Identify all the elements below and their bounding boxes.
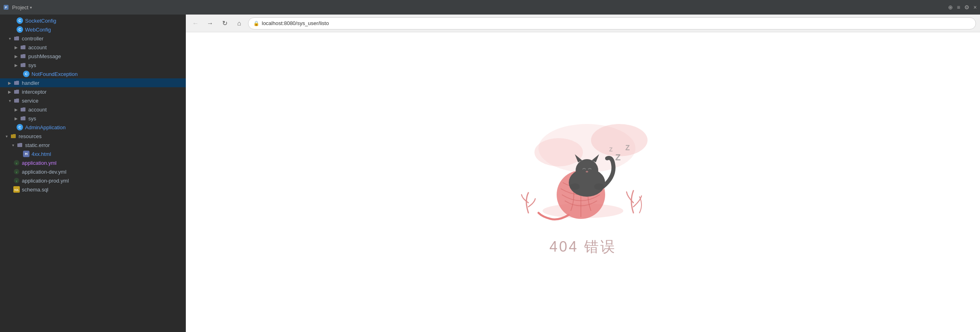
tree-item-controller[interactable]: ▾controller [0, 34, 186, 43]
svg-point-11 [591, 124, 648, 156]
folder-icon-account [19, 44, 27, 51]
class-icon-webconfig: C [16, 26, 23, 33]
tree-label-handler: handler [22, 80, 39, 86]
folder-icon-sys-svc [19, 115, 27, 122]
tree-item-service[interactable]: ▾service [0, 96, 186, 105]
svg-text:Z: Z [625, 144, 630, 152]
html-icon-4xx-html: H [23, 150, 30, 158]
browser-area: ← → ↻ ⌂ 🔒 localhost:8080/sys_user/listo [186, 15, 980, 332]
folder-icon-resources [10, 132, 17, 140]
folder-icon-interceptor [13, 88, 20, 95]
class-icon-adminapplication: C [16, 124, 23, 131]
tree-label-application-prod-yml: application-prod.yml [22, 178, 69, 184]
tree-label-application-dev-yml: application-dev.yml [22, 169, 66, 175]
tree-item-4xx-html[interactable]: H4xx.html [0, 149, 186, 158]
tree-label-account-svc: account [28, 107, 47, 113]
tree-label-controller: controller [22, 36, 43, 42]
tree-arrow-account-svc: ▶ [13, 107, 19, 112]
sort-icon[interactable]: ≡ [957, 4, 960, 11]
tree-label-resources: resources [19, 133, 42, 139]
folder-icon-sys-ctrl [19, 61, 27, 69]
tree-label-schema-sql: schema.sql [22, 187, 48, 193]
svg-point-21 [594, 183, 604, 190]
tree-item-handler[interactable]: ▶handler [0, 78, 186, 87]
tree-item-schema-sql[interactable]: SQLschema.sql [0, 185, 186, 194]
dropdown-icon[interactable]: ▾ [30, 5, 32, 10]
tree-label-account: account [28, 44, 47, 50]
tree-item-sys-svc[interactable]: ▶sys [0, 114, 186, 123]
error-code-text: 404 错误 [549, 237, 616, 257]
tree-label-adminapplication: AdminApplication [25, 124, 65, 130]
folder-icon-static-error [16, 141, 23, 149]
yml-icon-application-yml: Y [13, 159, 20, 166]
file-tree-sidebar: CSocketConfigCWebConfig▾controller▶accou… [0, 15, 186, 332]
address-bar[interactable]: 🔒 localhost:8080/sys_user/listo [248, 17, 976, 29]
class-icon-socketconfig: C [16, 17, 23, 24]
tree-item-interceptor[interactable]: ▶interceptor [0, 87, 186, 96]
tree-arrow-service: ▾ [6, 99, 13, 103]
tree-arrow-sys-ctrl: ▶ [13, 63, 19, 67]
project-icon: P [3, 4, 9, 10]
svg-text:SQL: SQL [14, 189, 19, 191]
folder-icon-pushmessage [19, 53, 27, 60]
tree-item-application-dev-yml[interactable]: Yapplication-dev.yml [0, 167, 186, 176]
svg-point-20 [570, 183, 580, 190]
error-container: Z Z Z 404 错误 [506, 108, 660, 257]
svg-text:Y: Y [16, 162, 17, 165]
main-layout: CSocketConfigCWebConfig▾controller▶accou… [0, 15, 980, 332]
tree-label-4xx-html: 4xx.html [32, 151, 51, 157]
tree-label-sys-svc: sys [28, 116, 36, 122]
tree-item-application-prod-yml[interactable]: Yapplication-prod.yml [0, 176, 186, 185]
svg-text:P: P [5, 6, 7, 9]
class-icon-notfoundexception: C [23, 70, 30, 78]
tree-item-sys-ctrl[interactable]: ▶sys [0, 61, 186, 69]
tree-item-socketconfig[interactable]: CSocketConfig [0, 16, 186, 25]
tree-label-interceptor: interceptor [22, 89, 46, 95]
browser-content: Z Z Z 404 错误 [186, 32, 980, 332]
sql-icon-schema-sql: SQL [13, 186, 20, 193]
tree-item-static-error[interactable]: ▾static.error [0, 141, 186, 149]
folder-icon-service [13, 97, 20, 104]
svg-text:Y: Y [16, 180, 17, 183]
reload-button[interactable]: ↻ [219, 18, 230, 29]
tree-item-application-yml[interactable]: Yapplication.yml [0, 158, 186, 167]
tree-label-pushmessage: pushMessage [28, 53, 61, 59]
error-illustration: Z Z Z [506, 108, 660, 229]
tree-item-account-svc[interactable]: ▶account [0, 105, 186, 114]
close-icon[interactable]: × [974, 4, 977, 11]
folder-icon-account-svc [19, 106, 27, 113]
tree-label-application-yml: application.yml [22, 160, 57, 166]
back-button[interactable]: ← [190, 18, 201, 29]
tree-item-adminapplication[interactable]: CAdminApplication [0, 123, 186, 132]
url-text: localhost:8080/sys_user/listo [262, 20, 971, 26]
settings-icon[interactable]: ⚙ [964, 4, 969, 11]
tree-item-account[interactable]: ▶account [0, 43, 186, 52]
tree-item-pushmessage[interactable]: ▶pushMessage [0, 52, 186, 61]
tree-label-service: service [22, 98, 38, 104]
tree-arrow-controller: ▾ [6, 36, 13, 41]
svg-text:Y: Y [16, 171, 17, 174]
tree-item-notfoundexception[interactable]: CNotFoundException [0, 69, 186, 78]
tree-item-resources[interactable]: ▾resources [0, 132, 186, 141]
tree-arrow-resources: ▾ [3, 134, 10, 139]
tree-arrow-sys-svc: ▶ [13, 116, 19, 121]
tree-label-webconfig: WebConfig [25, 27, 51, 33]
svg-text:Z: Z [615, 152, 620, 162]
svg-point-19 [586, 171, 588, 172]
tree-arrow-handler: ▶ [6, 81, 13, 85]
tree-arrow-interceptor: ▶ [6, 90, 13, 94]
tree-arrow-account: ▶ [13, 45, 19, 50]
tree-arrow-pushmessage: ▶ [13, 54, 19, 59]
globe-icon[interactable]: ⊕ [948, 4, 953, 11]
top-bar: P Project ▾ ⊕ ≡ ⚙ × [0, 0, 980, 15]
tree-arrow-static-error: ▾ [10, 143, 16, 147]
browser-toolbar: ← → ↻ ⌂ 🔒 localhost:8080/sys_user/listo [186, 15, 980, 32]
folder-icon-controller [13, 35, 20, 42]
tree-item-webconfig[interactable]: CWebConfig [0, 25, 186, 34]
project-title[interactable]: P Project ▾ [3, 4, 32, 11]
svg-point-12 [534, 138, 583, 166]
home-button[interactable]: ⌂ [233, 18, 245, 29]
tree-label-static-error: static.error [25, 142, 50, 148]
svg-point-16 [576, 159, 598, 182]
forward-button[interactable]: → [204, 18, 216, 29]
